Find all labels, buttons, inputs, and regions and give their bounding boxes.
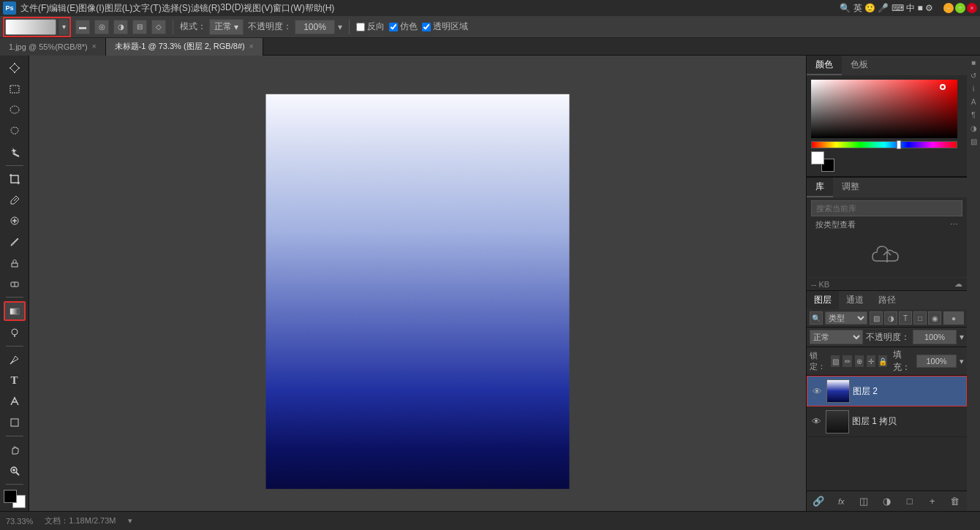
gradient-preview[interactable] (5, 19, 56, 35)
status-arrow[interactable]: ▾ (128, 516, 132, 526)
shape-filter-icon[interactable]: □ (913, 311, 927, 325)
filter-icon[interactable]: 🔍 (810, 311, 823, 325)
menu-file[interactable]: 文件(F) (20, 2, 49, 15)
side-char-icon[interactable]: A (968, 96, 979, 107)
tool-marquee-rect[interactable] (4, 80, 26, 99)
menu-help[interactable]: 帮助(H) (305, 2, 335, 15)
lock-move-icon[interactable]: ✛ (867, 355, 875, 367)
layer-group-icon[interactable]: □ (902, 494, 917, 509)
tool-eraser[interactable] (4, 274, 26, 294)
tool-stamp[interactable] (4, 253, 26, 273)
side-para-icon[interactable]: ¶ (968, 110, 979, 120)
blend-mode-select[interactable]: 正常 (810, 330, 863, 344)
keyboard-icon[interactable]: ⌨ (892, 3, 904, 13)
tool-lasso[interactable] (4, 121, 26, 141)
tool-gradient[interactable] (4, 301, 26, 321)
side-adjust2-icon[interactable]: ◑ (968, 123, 979, 133)
fill-input[interactable] (916, 355, 957, 368)
side-color-icon[interactable]: ■ (968, 57, 979, 67)
tool-brush[interactable] (4, 232, 26, 252)
color-tab[interactable]: 颜色 (807, 56, 842, 75)
foreground-color-box[interactable] (811, 151, 824, 164)
layer-1copy-visibility[interactable]: 👁 (810, 415, 823, 428)
paths-tab[interactable]: 路径 (871, 291, 903, 309)
system-icon2[interactable]: ⚙ (925, 3, 933, 13)
tool-magic-wand[interactable] (4, 142, 26, 162)
layer-adjustment-icon[interactable]: ◑ (879, 494, 894, 509)
translate-icon[interactable]: 中 (906, 3, 915, 13)
layers-tab[interactable]: 图层 (807, 291, 839, 309)
adjustment-filter-icon[interactable]: ◑ (884, 311, 897, 325)
layer-opacity-input[interactable] (913, 330, 957, 344)
tab-1[interactable]: 1.jpg @ 55%(RGB/8*) × (0, 38, 106, 56)
layer-row-2[interactable]: 👁 图层 2 (807, 376, 967, 406)
layer-mask-icon[interactable]: ◫ (856, 494, 871, 509)
minimize-button[interactable]: − (943, 3, 954, 13)
layer-new-icon[interactable]: + (925, 494, 940, 509)
smiley-icon[interactable]: 🙂 (864, 3, 875, 13)
menu-3d[interactable]: 3D(D) (220, 2, 244, 15)
layer-delete-icon[interactable]: 🗑 (948, 494, 962, 509)
adjustment-tab[interactable]: 调整 (833, 178, 868, 197)
menu-image[interactable]: 图像(I) (78, 2, 104, 15)
side-layer2-icon[interactable]: ▨ (968, 136, 979, 146)
tool-heal[interactable] (4, 211, 26, 231)
gradient-linear-icon[interactable]: ▬ (75, 20, 90, 34)
cloud-sync-icon[interactable]: ☁ (954, 279, 962, 289)
lock-position-icon[interactable]: ✏ (843, 355, 851, 367)
lock-all-icon[interactable]: 🔒 (878, 355, 887, 367)
lock-pixels-icon[interactable]: ▨ (831, 355, 840, 367)
tool-pen[interactable] (4, 350, 26, 370)
menu-select[interactable]: 选择(S) (162, 2, 191, 15)
opacity-input[interactable] (295, 20, 335, 34)
side-history-icon[interactable]: ↺ (968, 70, 979, 80)
pixel-filter-icon[interactable]: ▨ (870, 311, 883, 325)
gradient-diamond-icon[interactable]: ◇ (151, 20, 166, 34)
close-button[interactable]: × (967, 3, 977, 13)
menu-layer[interactable]: 图层(L) (105, 2, 133, 15)
tab-2[interactable]: 未标题-1 @ 73.3% (图层 2, RGB/8#) × (106, 38, 263, 56)
type-filter-icon[interactable]: T (899, 311, 912, 325)
menu-type[interactable]: 文字(T) (132, 2, 161, 15)
gradient-angle-icon[interactable]: ◑ (113, 20, 128, 34)
menu-edit[interactable]: 编辑(E) (49, 2, 78, 15)
gradient-dropdown-arrow[interactable]: ▾ (59, 19, 69, 35)
tool-marquee-ellipse[interactable] (4, 100, 26, 120)
swatches-tab[interactable]: 色板 (842, 56, 877, 75)
tool-zoom[interactable] (4, 461, 26, 481)
menu-window[interactable]: 窗口(W) (273, 2, 304, 15)
layer-row-1copy[interactable]: 👁 图层 1 拷贝 (807, 406, 967, 437)
filter-options-icon[interactable]: ⋯ (950, 220, 958, 230)
menu-view[interactable]: 视图(V) (244, 2, 273, 15)
tool-text[interactable]: T (4, 371, 26, 390)
tool-eyedropper[interactable] (4, 190, 26, 210)
gradient-reflected-icon[interactable]: ⊟ (132, 20, 147, 34)
opacity-dropdown-arrow[interactable]: ▾ (960, 332, 964, 342)
gradient-radial-icon[interactable]: ◎ (94, 20, 109, 34)
fill-dropdown-arrow[interactable]: ▾ (960, 357, 964, 366)
lib-tab[interactable]: 库 (807, 178, 833, 197)
lock-artboard-icon[interactable]: ⊕ (855, 355, 864, 367)
search-icon[interactable]: 🔍 (840, 3, 851, 13)
smart-filter-icon[interactable]: ◉ (928, 311, 941, 325)
tool-move[interactable] (4, 58, 26, 78)
transparency-checkbox[interactable] (422, 23, 431, 31)
color-selector[interactable] (4, 490, 26, 508)
tool-path-select[interactable] (4, 392, 26, 412)
tab-1-close[interactable]: × (92, 42, 97, 50)
tool-shape[interactable] (4, 413, 26, 433)
lib-search-input[interactable] (811, 200, 962, 216)
color-spectrum[interactable] (811, 80, 957, 138)
tool-crop[interactable] (4, 170, 26, 189)
layer-2-visibility[interactable]: 👁 (810, 385, 823, 398)
fg-color-swatch[interactable] (4, 490, 17, 503)
reverse-checkbox[interactable] (356, 23, 365, 31)
canvas-area[interactable] (29, 56, 806, 511)
dither-checkbox[interactable] (389, 23, 398, 31)
blend-mode-dropdown[interactable]: 正常▾ (209, 19, 244, 35)
layer-link-icon[interactable]: 🔗 (811, 494, 826, 509)
tab-2-close[interactable]: × (249, 42, 254, 50)
menu-filter[interactable]: 滤镜(R) (191, 2, 221, 15)
channels-tab[interactable]: 通道 (839, 291, 871, 309)
fg-bg-colors[interactable] (811, 151, 834, 172)
